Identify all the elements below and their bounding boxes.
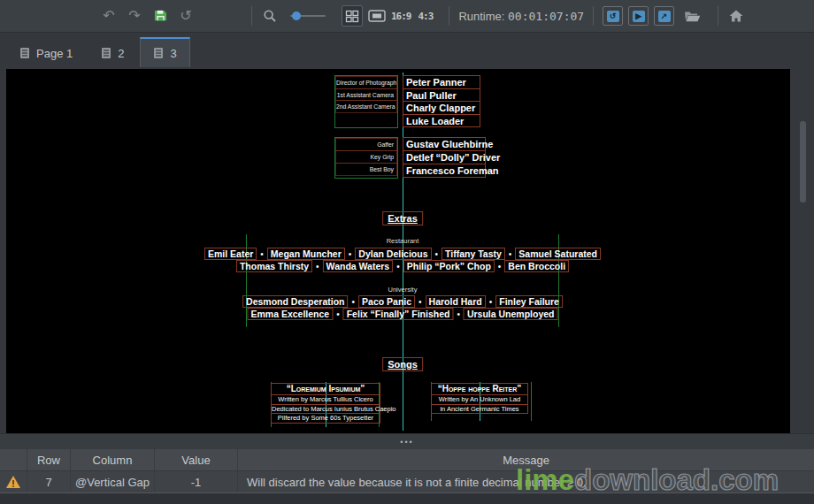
export-button[interactable]: ↗ — [654, 6, 674, 26]
song-credit-line[interactable]: in Ancient Germanic Times — [431, 404, 528, 415]
bullet-separator: • — [349, 249, 352, 259]
magnifier-glyph — [263, 9, 277, 23]
credit-name[interactable]: Desmond Desperation — [242, 295, 348, 308]
credit-name[interactable]: Ben Broccoli — [504, 260, 569, 272]
credit-label[interactable]: Gaffer — [335, 138, 397, 151]
credit-name[interactable]: Detlef “Dolly” Driver — [403, 150, 486, 164]
aspect-16-9-button[interactable]: 16:9 — [391, 11, 411, 22]
song-credit-line[interactable]: Written by Marcus Tullius Cicero — [271, 394, 380, 405]
song-credit-line[interactable]: Written by An Unknown Lad — [431, 394, 528, 405]
credit-name[interactable]: Gustav Gluehbirne — [403, 137, 486, 151]
credit-name[interactable]: Francesco Foreman — [403, 164, 486, 178]
credit-name[interactable]: Harold Hard — [426, 295, 486, 308]
save-icon[interactable] — [151, 9, 169, 25]
preview-icon: ↺ — [607, 11, 619, 22]
page-icon — [101, 47, 111, 59]
layout-view-button[interactable] — [342, 5, 363, 27]
preview-render-button[interactable]: ↺ — [603, 6, 623, 26]
bullet-separator: • — [498, 262, 502, 271]
credit-name[interactable]: Paul Puller — [403, 88, 480, 103]
toolbar: ↶ ↷ ↺ 1 — [0, 0, 814, 33]
songs-heading[interactable]: Songs — [382, 357, 423, 371]
song-title[interactable]: “Hoppe hoppe Reiter” — [431, 383, 528, 395]
credits-canvas[interactable]: Director of Photography1st Assistant Cam… — [6, 69, 790, 433]
export-icon: ↗ — [658, 11, 671, 22]
tab-2[interactable]: 2 — [88, 39, 136, 67]
tab-page-1[interactable]: Page 1 — [7, 39, 85, 67]
credit-name[interactable]: Finley Failure — [495, 295, 563, 308]
play-button[interactable]: ▶ — [628, 6, 649, 26]
page-icon — [153, 47, 164, 59]
credit-name[interactable]: Ursula Unemployed — [464, 308, 558, 320]
floppy-glyph — [154, 9, 167, 22]
credit-label[interactable]: Best Boy — [335, 163, 397, 176]
toolbar-separator — [718, 6, 718, 26]
page-icon — [153, 47, 164, 59]
bullet-separator: • — [396, 262, 400, 271]
page-icon — [101, 47, 111, 59]
issue-message: Will discard the value because it is not… — [238, 471, 814, 493]
issues-header-row[interactable]: Row — [27, 449, 71, 470]
crew-names: Peter PannerPaul PullerCharly ClapperLuk… — [403, 75, 480, 128]
panel-splitter[interactable]: ••• — [0, 433, 814, 449]
issues-header-value[interactable]: Value — [155, 449, 238, 470]
undo-icon[interactable]: ↶ — [100, 9, 118, 23]
tab-3[interactable]: 3 — [140, 37, 189, 67]
song-title[interactable]: “Loremium Ipsumium” — [271, 383, 380, 395]
vertical-scrollbar[interactable] — [790, 67, 814, 433]
issues-header-column[interactable]: Column — [71, 449, 155, 470]
credit-name[interactable]: Thomas Thirsty — [236, 260, 312, 272]
bullet-separator: • — [509, 249, 512, 259]
open-folder-icon[interactable] — [683, 10, 701, 25]
credit-name[interactable]: Emma Excellence — [247, 308, 333, 320]
canvas-area: Director of Photography1st Assistant Cam… — [0, 67, 814, 433]
zoom-slider[interactable] — [290, 15, 326, 17]
credit-name[interactable]: Charly Clapper — [403, 101, 480, 115]
zoom-slider-knob[interactable] — [292, 11, 301, 20]
extras-subheading: University — [388, 286, 418, 294]
credit-name[interactable]: Luke Loader — [403, 114, 480, 128]
bullet-separator: • — [419, 297, 422, 307]
bullet-separator: • — [352, 297, 356, 307]
bullet-separator: • — [260, 249, 264, 259]
song-credit-line[interactable]: Pilfered by Some 60s Typesetter — [271, 413, 380, 424]
extras-heading[interactable]: Extras — [382, 211, 423, 225]
aspect-4-3-button[interactable]: 4:3 — [419, 11, 434, 22]
home-icon[interactable] — [727, 10, 745, 25]
issue-row[interactable]: 7@Vertical Gap-1Will discard the value b… — [0, 471, 814, 493]
splitter-handle-icon[interactable]: ••• — [400, 439, 413, 445]
zoom-icon[interactable] — [261, 9, 279, 26]
revert-icon[interactable]: ↺ — [177, 9, 195, 23]
credit-label[interactable]: 1st Assistant Camera — [335, 88, 397, 102]
letterbox-view-button[interactable] — [366, 5, 388, 27]
credit-label[interactable]: Key Grip — [335, 150, 397, 164]
credit-name[interactable]: Felix “Finally” Finished — [343, 308, 454, 320]
redo-icon[interactable]: ↷ — [126, 9, 143, 23]
crew-names: Gustav GluehbirneDetlef “Dolly” DriverFr… — [403, 137, 486, 179]
song2-right-guide — [531, 382, 532, 421]
credit-name[interactable]: Megan Muncher — [267, 248, 345, 260]
crew-labels: GafferKey GripBest Boy — [334, 137, 398, 179]
extras-subheading: Restaurant — [387, 237, 419, 245]
scrollbar-thumb[interactable] — [800, 121, 806, 202]
credit-name[interactable]: Samuel Saturated — [515, 248, 601, 260]
tab-label: Page 1 — [36, 47, 73, 60]
bullet-separator: • — [489, 297, 493, 307]
credit-name[interactable]: Dylan Delicious — [355, 248, 431, 260]
credit-name[interactable]: Philip “Pork” Chop — [403, 260, 495, 272]
credit-name[interactable]: Peter Panner — [403, 75, 480, 89]
letterbox-icon — [368, 10, 386, 22]
credit-name[interactable]: Emil Eater — [204, 248, 257, 260]
song-credit-line[interactable]: Dedicated to Marcus Iunius Brutus Caepio — [271, 404, 380, 415]
credit-name[interactable]: Tiffany Tasty — [442, 248, 505, 260]
play-icon: ▶ — [633, 11, 645, 22]
credit-name[interactable]: Wanda Waters — [323, 260, 394, 272]
credit-label[interactable]: 2nd Assistant Camera — [335, 100, 397, 113]
layout-grid-icon — [345, 10, 359, 23]
issues-rows: 7@Vertical Gap-1Will discard the value b… — [0, 471, 814, 493]
credit-name[interactable]: Paco Panic — [358, 295, 415, 308]
tab-label: 3 — [170, 47, 176, 60]
issues-header-message[interactable]: Message — [238, 449, 814, 470]
issues-header-icon-cell — [0, 449, 27, 470]
credit-label[interactable]: Director of Photography — [335, 76, 397, 89]
